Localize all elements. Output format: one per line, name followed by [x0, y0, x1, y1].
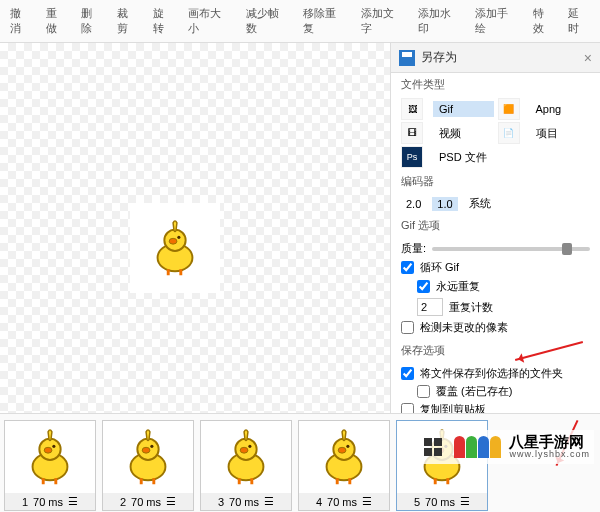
svg-point-19	[346, 445, 349, 448]
toolbar-6[interactable]: 减少帧数	[240, 2, 295, 40]
repeat-count-label: 重复计数	[449, 300, 493, 315]
frame-item[interactable]: 170 ms☰	[4, 420, 96, 511]
clipboard-checkbox[interactable]	[401, 403, 414, 413]
video-icon: 🎞	[401, 122, 423, 144]
frame-thumb	[201, 421, 291, 493]
watermark-logo	[454, 436, 501, 458]
frame-menu-icon[interactable]: ☰	[460, 495, 470, 508]
duck-image	[19, 426, 81, 488]
duck-image	[215, 426, 277, 488]
overwrite-checkbox[interactable]	[417, 385, 430, 398]
toolbar-12[interactable]: 延时	[562, 2, 596, 40]
watermark: 八星手游网 www.lyshbx.com	[420, 430, 594, 464]
main-toolbar: 撤消重做删除裁剪旋转画布大小减少帧数移除重复添加文字添加水印添加手绘特效延时	[0, 0, 600, 43]
save-icon	[399, 50, 415, 66]
close-icon[interactable]: ×	[584, 50, 592, 66]
frame-time: 70 ms	[327, 496, 357, 508]
svg-point-2	[169, 238, 177, 244]
repeat-count-input[interactable]	[417, 298, 443, 316]
watermark-name: 八星手游网	[509, 434, 590, 451]
toolbar-0[interactable]: 撤消	[4, 2, 38, 40]
filetype-apng[interactable]: Apng	[530, 101, 591, 117]
forever-label: 永远重复	[436, 279, 480, 294]
frame-item[interactable]: 370 ms☰	[200, 420, 292, 511]
frame-number: 4	[316, 496, 322, 508]
svg-point-10	[142, 447, 150, 453]
toolbar-8[interactable]: 添加文字	[355, 2, 410, 40]
frame-thumb	[299, 421, 389, 493]
frame-number: 5	[414, 496, 420, 508]
forever-checkbox[interactable]	[417, 280, 430, 293]
toolbar-10[interactable]: 添加手绘	[469, 2, 524, 40]
detect-label: 检测未更改的像素	[420, 320, 508, 335]
toolbar-1[interactable]: 重做	[40, 2, 74, 40]
frame-thumb	[5, 421, 95, 493]
save-folder-label: 将文件保存到你选择的文件夹	[420, 366, 563, 381]
frame-thumb	[103, 421, 193, 493]
filetype-label: 文件类型	[391, 73, 600, 96]
frame-menu-icon[interactable]: ☰	[68, 495, 78, 508]
loop-checkbox[interactable]	[401, 261, 414, 274]
project-icon: 📄	[498, 122, 520, 144]
apng-icon: 🟧	[498, 98, 520, 120]
filetype-grid: 🖼 Gif 🟧 Apng 🎞 视频 📄 项目 Ps PSD 文件	[391, 96, 600, 170]
save-folder-checkbox[interactable]	[401, 367, 414, 380]
frame-time: 70 ms	[131, 496, 161, 508]
clipboard-label: 复制到剪贴板	[420, 402, 486, 413]
encoder-20[interactable]: 2.0	[401, 197, 426, 211]
filetype-psd[interactable]: PSD 文件	[433, 148, 494, 167]
toolbar-7[interactable]: 移除重复	[297, 2, 352, 40]
frame-time: 70 ms	[425, 496, 455, 508]
toolbar-5[interactable]: 画布大小	[182, 2, 237, 40]
encoder-label: 编码器	[391, 170, 600, 193]
encoder-sys[interactable]: 系统	[464, 195, 496, 212]
svg-point-15	[248, 445, 251, 448]
svg-point-3	[177, 236, 180, 239]
svg-point-18	[338, 447, 346, 453]
frame-item[interactable]: 270 ms☰	[102, 420, 194, 511]
frame-number: 1	[22, 496, 28, 508]
gif-icon: 🖼	[401, 98, 423, 120]
watermark-url: www.lyshbx.com	[509, 450, 590, 460]
quality-slider[interactable]	[432, 247, 590, 251]
gif-options-label: Gif 选项	[391, 214, 600, 237]
svg-point-11	[150, 445, 153, 448]
watermark-grid-icon	[424, 438, 442, 456]
filetype-gif[interactable]: Gif	[433, 101, 494, 117]
detect-checkbox[interactable]	[401, 321, 414, 334]
encoder-10[interactable]: 1.0	[432, 197, 457, 211]
quality-label: 质量:	[401, 241, 426, 256]
psd-icon: Ps	[401, 146, 423, 168]
toolbar-2[interactable]: 删除	[75, 2, 109, 40]
svg-point-6	[44, 447, 52, 453]
toolbar-3[interactable]: 裁剪	[111, 2, 145, 40]
loop-label: 循环 Gif	[420, 260, 459, 275]
canvas-frame	[130, 203, 220, 293]
duck-image	[144, 217, 206, 279]
svg-point-14	[240, 447, 248, 453]
filetype-project[interactable]: 项目	[530, 124, 591, 143]
frame-time: 70 ms	[229, 496, 259, 508]
filetype-video[interactable]: 视频	[433, 124, 494, 143]
frame-time: 70 ms	[33, 496, 63, 508]
frame-menu-icon[interactable]: ☰	[264, 495, 274, 508]
frame-menu-icon[interactable]: ☰	[362, 495, 372, 508]
save-as-panel: 另存为 × 文件类型 🖼 Gif 🟧 Apng 🎞 视频 📄 项目 Ps PSD…	[390, 43, 600, 413]
panel-title: 另存为	[421, 49, 457, 66]
toolbar-11[interactable]: 特效	[527, 2, 561, 40]
save-options-label: 保存选项	[391, 339, 600, 362]
frame-item[interactable]: 470 ms☰	[298, 420, 390, 511]
frame-menu-icon[interactable]: ☰	[166, 495, 176, 508]
svg-point-7	[52, 445, 55, 448]
duck-image	[313, 426, 375, 488]
duck-image	[117, 426, 179, 488]
overwrite-label: 覆盖 (若已存在)	[436, 384, 512, 399]
toolbar-4[interactable]: 旋转	[147, 2, 181, 40]
toolbar-9[interactable]: 添加水印	[412, 2, 467, 40]
frame-number: 3	[218, 496, 224, 508]
canvas-area[interactable]	[0, 43, 390, 413]
frame-number: 2	[120, 496, 126, 508]
